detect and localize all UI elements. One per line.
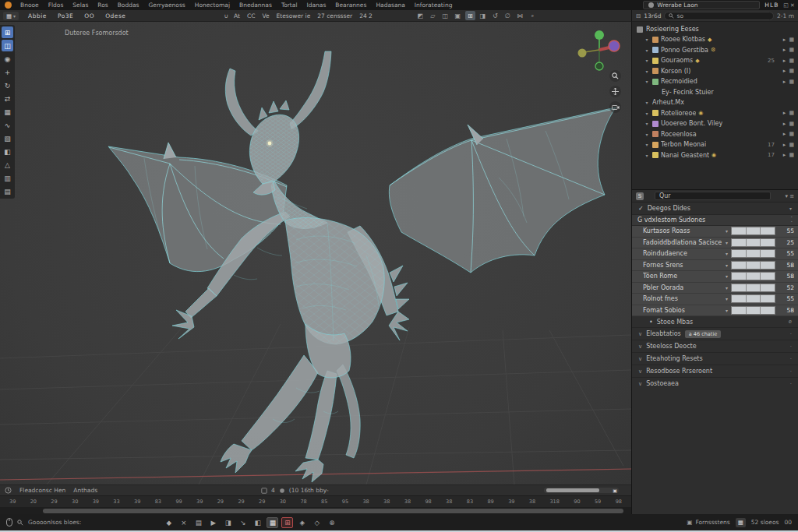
object-name[interactable]: Arheut.Mx — [652, 99, 684, 106]
object-name[interactable]: Roceenlosa — [661, 131, 697, 138]
world-icon[interactable]: ⊕ — [326, 517, 337, 528]
render-toggle-icon[interactable]: ▦ — [789, 142, 794, 148]
section-menu-icon[interactable]: · — [790, 331, 792, 337]
annotate-icon[interactable]: ∿ — [2, 119, 13, 131]
grid-toggle-icon[interactable]: ▦ — [736, 518, 746, 527]
color-swatch[interactable] — [731, 227, 775, 235]
render-toggle-icon[interactable]: ▦ — [789, 37, 794, 43]
collapsed-section[interactable]: ∨ Resodbose Rrseroent · — [632, 365, 798, 377]
extrude-icon[interactable]: ◧ — [2, 146, 13, 157]
viewport-menu-item[interactable]: Odese — [101, 11, 130, 21]
property-value[interactable]: 55 — [782, 295, 794, 302]
object-name[interactable]: Gouraoms — [661, 57, 693, 64]
keying-label[interactable]: Anthads — [73, 487, 97, 494]
playback-label[interactable]: Fleadconsc Hen — [19, 487, 65, 494]
expand-arrow-icon[interactable]: ▾ — [644, 132, 650, 137]
collapsed-section[interactable]: ∨ Eteahoting Resets · — [632, 352, 798, 365]
property-value[interactable]: 58 — [782, 307, 794, 314]
select-box-icon[interactable]: ⊞ — [2, 26, 13, 38]
menu-item[interactable]: Bearannes — [330, 0, 371, 10]
menu-item[interactable]: Bnooe — [16, 0, 44, 10]
chevron-down-icon[interactable]: ▾ — [726, 251, 728, 256]
color-swatch[interactable] — [731, 284, 775, 292]
use-nodes-row[interactable]: ✓ Deegos Dides ▾ — [632, 203, 798, 215]
gizmo-icon[interactable]: ◈ — [296, 517, 308, 528]
select-toggle-icon[interactable]: ▸ — [783, 68, 786, 74]
shading-wire-icon[interactable]: ↺ — [490, 11, 500, 20]
object-name[interactable]: Rooee Klotbas — [661, 36, 705, 43]
window-buttons-icon[interactable]: ◱ ✕ — [783, 2, 795, 9]
outliner-filter-toggles[interactable]: 2-1 m — [777, 12, 794, 19]
select-mode-icon[interactable]: × — [178, 517, 189, 528]
object-name[interactable]: Recmoidied — [661, 78, 697, 85]
expand-arrow-icon[interactable]: ▾ — [644, 69, 650, 74]
sub-setting-row[interactable]: • Stoee Mbas e — [632, 316, 798, 327]
properties-search-input[interactable]: Qur — [655, 192, 771, 200]
outliner-item[interactable]: ▾ Arheut.Mx ▸ ▦ — [634, 97, 796, 108]
move-icon[interactable]: + — [2, 66, 13, 78]
property-row[interactable]: Fomat Sobios ▾ 58 — [632, 305, 798, 317]
property-value[interactable]: 58 — [782, 262, 794, 269]
property-value[interactable]: 55 — [782, 250, 794, 257]
transform-option[interactable]: 27 censsser — [317, 12, 352, 19]
object-name[interactable]: Korson (I) — [661, 68, 690, 75]
property-row[interactable]: Fornes Srens ▾ 58 — [632, 260, 798, 272]
color-swatch[interactable] — [731, 272, 775, 280]
section-menu-icon[interactable]: · — [790, 368, 792, 375]
menu-item[interactable]: Honectomaj — [190, 0, 235, 10]
outliner-item[interactable]: ▾ Terbon Meonai 17 ▸ ▦ — [634, 139, 796, 150]
property-row[interactable]: Pbler Oorada ▾ 52 — [632, 283, 798, 294]
color-swatch[interactable] — [731, 306, 775, 315]
cursor-icon[interactable]: ◉ — [2, 53, 13, 65]
snap-icon[interactable]: ◫ — [440, 11, 450, 20]
camera-view-icon[interactable] — [609, 101, 621, 113]
viewport-menu-item[interactable]: OO — [79, 11, 99, 21]
menu-item[interactable]: Gerryaenoss — [143, 0, 189, 10]
property-value[interactable]: 58 — [782, 273, 794, 280]
outliner-display-mode[interactable]: 13r6d — [644, 12, 661, 19]
color-swatch[interactable] — [731, 294, 775, 303]
overlay-icon[interactable]: ⊞ — [465, 11, 475, 20]
footer-scrollbar-thumb[interactable] — [546, 488, 599, 492]
viewport-menu-item[interactable]: Po3E — [53, 11, 78, 21]
scene-collection-row[interactable]: Rosieering Eeses — [634, 24, 796, 34]
menu-item[interactable]: Idanas — [302, 0, 330, 10]
app-logo-icon[interactable] — [5, 2, 12, 9]
outliner-item[interactable]: Ey- Fecink Stuier ▸ ▦ — [634, 87, 796, 98]
color-section-title[interactable]: G vdxlestom Sudones ⁚ — [632, 215, 798, 226]
collapsed-section[interactable]: ∨ Eleabtatios a 46 chatie · — [632, 327, 798, 340]
render-toggle-icon[interactable]: ▦ — [789, 58, 794, 64]
expand-arrow-icon[interactable]: ▾ — [644, 121, 650, 126]
properties-tab-icon[interactable]: S — [636, 192, 644, 200]
object-name[interactable]: Nanai Geastent — [661, 152, 709, 159]
property-row[interactable]: Kurtasos Roass ▾ 55 — [632, 226, 798, 238]
property-value[interactable]: 25 — [782, 239, 794, 246]
face-mode-icon[interactable]: ▦ — [267, 517, 278, 528]
inset-icon[interactable]: △ — [2, 159, 13, 171]
property-value[interactable]: 55 — [782, 227, 794, 234]
scale-icon[interactable]: ⇄ — [2, 93, 13, 104]
select-tweak-icon[interactable]: ◫ — [2, 40, 13, 51]
select-toggle-icon[interactable]: ▸ — [783, 142, 786, 148]
expand-arrow-icon[interactable]: ▾ — [644, 37, 650, 42]
select-toggle-icon[interactable]: ▸ — [783, 58, 786, 64]
render-toggle-icon[interactable]: ▦ — [789, 152, 794, 158]
frame-current[interactable]: 4 — [271, 487, 275, 494]
check-icon[interactable]: ✓ — [638, 205, 644, 212]
section-menu-icon[interactable]: · — [790, 356, 792, 362]
window-controls-label[interactable]: HLB — [764, 2, 779, 9]
proportional-icon[interactable]: ▣ — [453, 11, 463, 20]
render-toggle-icon[interactable]: ▦ — [789, 131, 794, 137]
object-name[interactable]: Ey- Fecink Stuier — [662, 89, 714, 96]
edge-mode-icon[interactable]: ◧ — [252, 517, 263, 528]
outliner-item[interactable]: ▾ Recmoidied ▸ ▦ — [634, 76, 796, 87]
expand-arrow-icon[interactable]: ▾ — [644, 111, 650, 116]
cursor-drag-icon[interactable]: ↘ — [237, 517, 249, 528]
menu-item[interactable]: Boddas — [113, 0, 144, 10]
render-toggle-icon[interactable]: ▦ — [789, 121, 794, 127]
normals-icon[interactable]: ◇ — [311, 517, 323, 528]
camera-small-icon[interactable]: ▣ — [613, 488, 617, 493]
mode-dropdown[interactable]: ▦ ▾ — [3, 12, 19, 20]
rotate-icon[interactable]: ↻ — [2, 79, 13, 91]
play-icon[interactable]: ▶ — [207, 517, 219, 528]
